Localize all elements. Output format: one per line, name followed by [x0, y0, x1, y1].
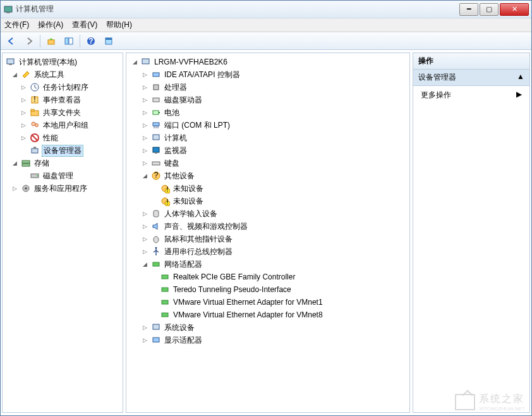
- dev-disk[interactable]: ▷磁盘驱动器: [128, 94, 408, 106]
- expand-icon[interactable]: ▷: [140, 70, 149, 79]
- system-icon: [151, 322, 161, 333]
- collapse-icon[interactable]: ◢: [130, 58, 139, 66]
- collapse-icon[interactable]: ◢: [140, 260, 149, 269]
- expand-icon[interactable]: ▷: [19, 83, 28, 92]
- menu-file[interactable]: 文件(F): [4, 20, 29, 30]
- properties-button[interactable]: [102, 34, 116, 48]
- dev-sound[interactable]: ▷声音、视频和游戏控制器: [128, 220, 408, 233]
- collapse-icon[interactable]: ◢: [140, 171, 149, 180]
- svg-rect-30: [153, 98, 159, 102]
- dev-nic4[interactable]: VMware Virtual Ethernet Adapter for VMne…: [128, 309, 408, 321]
- dev-nic2[interactable]: Teredo Tunneling Pseudo-Interface: [128, 283, 408, 296]
- expand-icon[interactable]: ▷: [19, 108, 28, 117]
- sound-icon: [151, 221, 161, 231]
- expand-icon[interactable]: ▷: [140, 121, 149, 130]
- actions-subheader[interactable]: 设备管理器 ▲: [413, 70, 529, 86]
- svg-rect-4: [69, 38, 73, 44]
- svg-rect-37: [152, 162, 160, 165]
- nav-storage[interactable]: ◢ 存储: [4, 157, 121, 169]
- collapse-icon[interactable]: ◢: [10, 70, 19, 79]
- navigation-pane: 计算机管理(本地) ◢ 系统工具 ▷ 任务计划程序 ▷ ! 事件查看器: [2, 52, 123, 413]
- dev-ports[interactable]: ▷端口 (COM 和 LPT): [128, 119, 408, 132]
- nav-services[interactable]: ▷ 服务和应用程序: [4, 182, 121, 195]
- menu-help[interactable]: 帮助(H): [106, 20, 132, 30]
- dev-monitor[interactable]: ▷监视器: [128, 144, 408, 157]
- close-button[interactable]: ✕: [500, 3, 529, 16]
- dev-computer-cat[interactable]: ▷计算机: [128, 132, 408, 144]
- svg-text:!: !: [166, 185, 168, 193]
- actions-header: 操作: [413, 53, 529, 70]
- nav-shared[interactable]: ▷ 共享文件夹: [4, 106, 121, 119]
- nav-tasksched[interactable]: ▷ 任务计划程序: [4, 81, 121, 94]
- arrow-right-icon: ▶: [516, 90, 522, 101]
- actions-more[interactable]: 更多操作 ▶: [413, 86, 529, 104]
- svg-rect-15: [31, 109, 34, 111]
- expand-icon[interactable]: ▷: [140, 247, 149, 256]
- svg-point-24: [37, 175, 38, 176]
- nav-eventvwr[interactable]: ▷ ! 事件查看器: [4, 94, 121, 106]
- nav-root[interactable]: 计算机管理(本地): [4, 56, 121, 68]
- dev-nic3[interactable]: VMware Virtual Ethernet Adapter for VMne…: [128, 296, 408, 309]
- dev-network[interactable]: ◢网络适配器: [128, 258, 408, 271]
- collapse-icon[interactable]: ◢: [10, 159, 19, 168]
- dev-keyboard[interactable]: ▷键盘: [128, 157, 408, 169]
- svg-rect-8: [106, 38, 112, 40]
- dev-unknown2[interactable]: !未知设备: [128, 195, 408, 207]
- dev-cpu[interactable]: ▷处理器: [128, 81, 408, 94]
- dev-hid[interactable]: ▷人体学输入设备: [128, 207, 408, 220]
- users-icon: [30, 120, 40, 130]
- device-tree: ◢ LRGM-VVFHAEB2K6 ▷IDE ATA/ATAPI 控制器 ▷处理…: [126, 53, 409, 349]
- expand-icon[interactable]: ▷: [140, 235, 149, 243]
- cpu-icon: [151, 82, 161, 92]
- warning-icon: !: [160, 183, 170, 193]
- nav-diskmgmt[interactable]: 磁盘管理: [4, 169, 121, 182]
- expand-icon[interactable]: ▷: [140, 209, 149, 218]
- expand-icon[interactable]: ▷: [140, 108, 149, 117]
- disk-drive-icon: [151, 95, 161, 105]
- dev-unknown1[interactable]: !未知设备: [128, 182, 408, 195]
- dev-nic1[interactable]: Realtek PCIe GBE Family Controller: [128, 271, 408, 283]
- dev-other[interactable]: ◢?其他设备: [128, 169, 408, 182]
- minimize-button[interactable]: ━: [459, 3, 478, 16]
- menu-action[interactable]: 操作(A): [38, 20, 63, 30]
- nav-perf[interactable]: ▷ 性能: [4, 132, 121, 144]
- expand-icon[interactable]: ▷: [140, 159, 149, 168]
- computer-management-window: 计算机管理 ━ ▢ ✕ 文件(F) 操作(A) 查看(V) 帮助(H) ? 计算…: [0, 0, 532, 416]
- dev-battery[interactable]: ▷电池: [128, 106, 408, 119]
- dev-computer-root[interactable]: ◢ LRGM-VVFHAEB2K6: [128, 56, 408, 68]
- perf-icon: [30, 133, 40, 143]
- mouse-icon: [151, 234, 161, 244]
- folder-shared-icon: [30, 107, 40, 118]
- up-button[interactable]: [44, 34, 58, 48]
- back-button[interactable]: [4, 34, 18, 48]
- dev-system[interactable]: ▷系统设备: [128, 321, 408, 334]
- svg-rect-51: [162, 288, 168, 291]
- show-hide-tree-button[interactable]: [62, 34, 76, 48]
- expand-icon[interactable]: ▷: [19, 133, 28, 142]
- nav-systools[interactable]: ◢ 系统工具: [4, 68, 121, 81]
- expand-icon[interactable]: ▷: [19, 95, 28, 104]
- nav-localusers[interactable]: ▷ 本地用户和组: [4, 119, 121, 132]
- menubar: 文件(F) 操作(A) 查看(V) 帮助(H): [1, 18, 531, 32]
- expand-icon[interactable]: ▷: [140, 336, 149, 345]
- expand-icon[interactable]: ▷: [140, 222, 149, 231]
- expand-icon[interactable]: ▷: [140, 146, 149, 155]
- dev-usb[interactable]: ▷通用串行总线控制器: [128, 245, 408, 258]
- menu-view[interactable]: 查看(V): [72, 20, 97, 30]
- window-controls: ━ ▢ ✕: [458, 3, 529, 16]
- dev-display[interactable]: ▷显示适配器: [128, 334, 408, 346]
- forward-button[interactable]: [22, 34, 36, 48]
- expand-icon[interactable]: ▷: [140, 95, 149, 104]
- maximize-button[interactable]: ▢: [480, 3, 499, 16]
- dev-ide[interactable]: ▷IDE ATA/ATAPI 控制器: [128, 68, 408, 81]
- dev-mouse[interactable]: ▷鼠标和其他指针设备: [128, 233, 408, 245]
- expand-icon[interactable]: ▷: [140, 323, 149, 332]
- expand-icon[interactable]: ▷: [10, 184, 19, 193]
- expand-icon[interactable]: ▷: [140, 83, 149, 92]
- expand-icon[interactable]: ▷: [140, 133, 149, 142]
- expand-icon[interactable]: ▷: [19, 121, 28, 130]
- svg-rect-3: [65, 38, 68, 44]
- nic-icon: [160, 284, 170, 295]
- help-button[interactable]: ?: [84, 34, 98, 48]
- nav-devmgr[interactable]: 设备管理器: [4, 144, 121, 157]
